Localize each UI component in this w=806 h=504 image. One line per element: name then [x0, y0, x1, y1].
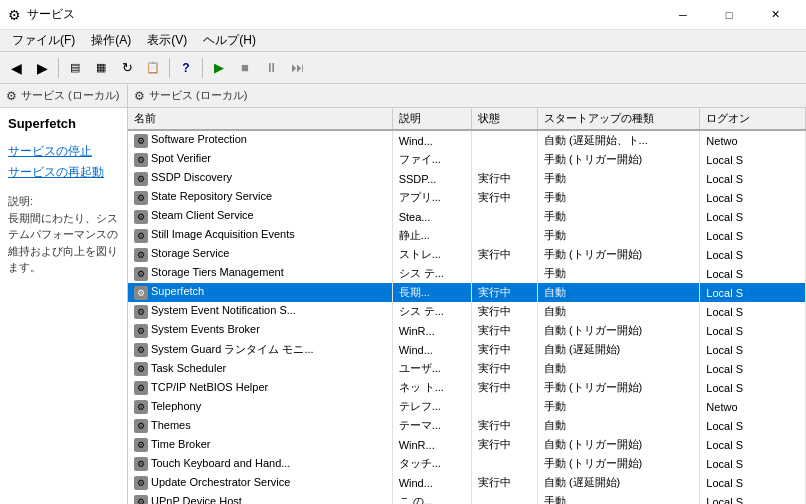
- col-header-desc[interactable]: 説明: [392, 108, 471, 130]
- table-row[interactable]: ⚙Storage Tiers Managementシス テ...手動Local …: [128, 264, 806, 283]
- cell-service-logon: Local S: [700, 169, 806, 188]
- table-row[interactable]: ⚙Themesテーマ...実行中自動Local S: [128, 416, 806, 435]
- toolbar-separator-3: [202, 58, 203, 78]
- col-header-logon[interactable]: ログオン: [700, 108, 806, 130]
- cell-service-status: 実行中: [471, 378, 537, 397]
- maximize-button[interactable]: □: [706, 0, 752, 30]
- table-row[interactable]: ⚙Software ProtectionWind...自動 (遅延開始、ト...…: [128, 130, 806, 150]
- selected-service-name: Superfetch: [8, 116, 119, 131]
- cell-service-name: ⚙UPnP Device Host: [128, 492, 392, 504]
- cell-service-desc: 静止...: [392, 226, 471, 245]
- title-icon: ⚙: [8, 7, 21, 23]
- cell-service-name: ⚙System Events Broker: [128, 321, 392, 340]
- stop-service-link[interactable]: サービスの停止: [8, 143, 119, 160]
- menu-file[interactable]: ファイル(F): [4, 31, 83, 51]
- menu-help[interactable]: ヘルプ(H): [195, 31, 264, 51]
- cell-service-logon: Local S: [700, 226, 806, 245]
- cell-service-startup: 自動: [537, 283, 699, 302]
- table-row[interactable]: ⚙Update Orchestrator ServiceWind...実行中自動…: [128, 473, 806, 492]
- cell-service-logon: Local S: [700, 416, 806, 435]
- cell-service-name: ⚙Storage Service: [128, 245, 392, 264]
- table-row[interactable]: ⚙Touch Keyboard and Hand...タッチ...手動 (トリガ…: [128, 454, 806, 473]
- col-header-startup[interactable]: スタートアップの種類: [537, 108, 699, 130]
- help-button[interactable]: ?: [174, 56, 198, 80]
- cell-service-desc: Wind...: [392, 130, 471, 150]
- cell-service-name: ⚙Steam Client Service: [128, 207, 392, 226]
- cell-service-logon: Local S: [700, 378, 806, 397]
- col-header-status[interactable]: 状態: [471, 108, 537, 130]
- view-button[interactable]: ▦: [89, 56, 113, 80]
- menu-file-label: ファイル(F): [12, 32, 75, 49]
- cell-service-status: 実行中: [471, 188, 537, 207]
- cell-service-logon: Local S: [700, 207, 806, 226]
- cell-service-logon: Local S: [700, 321, 806, 340]
- cell-service-startup: 手動: [537, 188, 699, 207]
- cell-service-status: [471, 397, 537, 416]
- table-row[interactable]: ⚙Spot Verifierファイ...手動 (トリガー開始)Local S: [128, 150, 806, 169]
- service-description: 説明: 長期間にわたり、システムパフォーマンスの維持および向上を図ります。: [8, 193, 119, 276]
- cell-service-desc: テレフ...: [392, 397, 471, 416]
- window-title: サービス: [27, 6, 75, 23]
- cell-service-desc: ネッ ト...: [392, 378, 471, 397]
- export-button[interactable]: 📋: [141, 56, 165, 80]
- restart-button[interactable]: ⏭: [285, 56, 309, 80]
- cell-service-desc: Wind...: [392, 340, 471, 359]
- services-tbody: ⚙Software ProtectionWind...自動 (遅延開始、ト...…: [128, 130, 806, 504]
- cell-service-startup: 手動: [537, 397, 699, 416]
- table-row[interactable]: ⚙System Guard ランタイム モニ...Wind...実行中自動 (遅…: [128, 340, 806, 359]
- back-button[interactable]: ◀: [4, 56, 28, 80]
- cell-service-status: [471, 492, 537, 504]
- cell-service-logon: Local S: [700, 264, 806, 283]
- cell-service-name: ⚙Time Broker: [128, 435, 392, 454]
- col-header-name[interactable]: 名前: [128, 108, 392, 130]
- table-row[interactable]: ⚙Task Schedulerユーザ...実行中自動Local S: [128, 359, 806, 378]
- right-panel-title: サービス (ローカル): [149, 88, 247, 103]
- right-panel-header: ⚙ サービス (ローカル): [128, 84, 806, 108]
- cell-service-logon: Local S: [700, 473, 806, 492]
- cell-service-desc: 長期...: [392, 283, 471, 302]
- stop-button[interactable]: ■: [233, 56, 257, 80]
- table-row[interactable]: ⚙UPnP Device Hostこ の...手動Local S: [128, 492, 806, 504]
- table-row[interactable]: ⚙State Repository Serviceアプリ...実行中手動Loca…: [128, 188, 806, 207]
- start-button[interactable]: ▶: [207, 56, 231, 80]
- table-row[interactable]: ⚙System Event Notification S...シス テ...実行…: [128, 302, 806, 321]
- cell-service-status: 実行中: [471, 321, 537, 340]
- cell-service-startup: 手動 (トリガー開始): [537, 378, 699, 397]
- cell-service-startup: 自動 (遅延開始): [537, 473, 699, 492]
- table-row[interactable]: ⚙Still Image Acquisition Events静止...手動Lo…: [128, 226, 806, 245]
- table-row[interactable]: ⚙Telephonyテレフ...手動Netwo: [128, 397, 806, 416]
- cell-service-status: [471, 226, 537, 245]
- title-bar-left: ⚙ サービス: [8, 6, 75, 23]
- table-row[interactable]: ⚙TCP/IP NetBIOS Helperネッ ト...実行中手動 (トリガー…: [128, 378, 806, 397]
- table-row[interactable]: ⚙Steam Client ServiceStea...手動Local S: [128, 207, 806, 226]
- pause-button[interactable]: ⏸: [259, 56, 283, 80]
- menu-view[interactable]: 表示(V): [139, 31, 195, 51]
- table-row[interactable]: ⚙Storage Serviceストレ...実行中手動 (トリガー開始)Loca…: [128, 245, 806, 264]
- cell-service-status: 実行中: [471, 302, 537, 321]
- forward-button[interactable]: ▶: [30, 56, 54, 80]
- cell-service-logon: Local S: [700, 492, 806, 504]
- cell-service-status: 実行中: [471, 359, 537, 378]
- cell-service-desc: タッチ...: [392, 454, 471, 473]
- minimize-button[interactable]: ─: [660, 0, 706, 30]
- title-bar: ⚙ サービス ─ □ ✕: [0, 0, 806, 30]
- table-row[interactable]: ⚙Time BrokerWinR...実行中自動 (トリガー開始)Local S: [128, 435, 806, 454]
- services-table-container[interactable]: 名前 説明 状態 スタートアップの種類 ログオン ⚙Software Prote…: [128, 108, 806, 504]
- cell-service-startup: 自動 (トリガー開始): [537, 435, 699, 454]
- cell-service-startup: 手動 (トリガー開始): [537, 454, 699, 473]
- cell-service-logon: Netwo: [700, 397, 806, 416]
- show-hide-button[interactable]: ▤: [63, 56, 87, 80]
- cell-service-status: 実行中: [471, 340, 537, 359]
- close-button[interactable]: ✕: [752, 0, 798, 30]
- title-controls: ─ □ ✕: [660, 0, 798, 30]
- refresh-button[interactable]: ↻: [115, 56, 139, 80]
- cell-service-startup: 手動 (トリガー開始): [537, 150, 699, 169]
- table-row[interactable]: ⚙Superfetch長期...実行中自動Local S: [128, 283, 806, 302]
- menu-action[interactable]: 操作(A): [83, 31, 139, 51]
- table-row[interactable]: ⚙SSDP DiscoverySSDP...実行中手動Local S: [128, 169, 806, 188]
- right-panel-gear-icon: ⚙: [134, 89, 145, 103]
- restart-service-link[interactable]: サービスの再起動: [8, 164, 119, 181]
- table-row[interactable]: ⚙System Events BrokerWinR...実行中自動 (トリガー開…: [128, 321, 806, 340]
- left-panel: ⚙ サービス (ローカル) Superfetch サービスの停止 サービスの再起…: [0, 84, 128, 504]
- cell-service-startup: 手動: [537, 207, 699, 226]
